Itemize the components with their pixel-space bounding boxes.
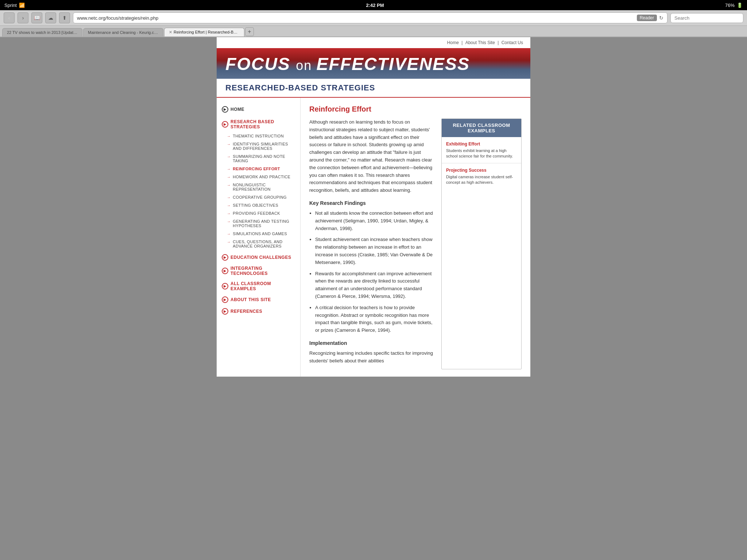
reload-button[interactable]: ↻ (659, 15, 663, 21)
banner-focus: FOCUS (225, 54, 296, 74)
sidebar-item-setting[interactable]: → SETTING OBJECTIVES (217, 201, 300, 209)
sidebar-item-references[interactable]: ▶ REFERENCES (217, 306, 300, 317)
simulations-arrow-icon: → (227, 232, 231, 236)
home-circle-icon: ▶ (222, 106, 228, 113)
finding-1: Not all students know the connection bet… (315, 210, 434, 232)
sidebar-research-section: ▶ RESEARCH BASED STRATEGIES → THEMATIC I… (217, 117, 300, 250)
setting-arrow-icon: → (227, 203, 231, 207)
sidebar-item-providing[interactable]: → PROVIDING FEEDBACK (217, 209, 300, 217)
sidebar-item-summarizing[interactable]: → SUMMARIZING AND NOTE TAKING (217, 152, 300, 165)
nav-about-link[interactable]: About This Site (465, 40, 495, 45)
status-bar: Sprint 📶 2:42 PM 76% 🔋 (0, 0, 747, 10)
tab-close-icon[interactable]: ✕ (169, 30, 172, 35)
identifying-label: IDENTIFYING SIMILARITIES AND DIFFERENCES (233, 142, 295, 151)
sidebar-item-reinforcing[interactable]: → REINFORCING EFFORT (217, 165, 300, 173)
sidebar-item-identifying[interactable]: → IDENTIFYING SIMILARITIES AND DIFFERENC… (217, 140, 300, 152)
sidebar-item-generating[interactable]: → GENERATING AND TESTING HYPOTHESES (217, 217, 300, 230)
references-circle-icon: ▶ (222, 308, 228, 315)
main-content: Reinforcing Effort Although research on … (301, 98, 530, 377)
related-desc-1: Students exhibit learning at a high scho… (446, 148, 517, 159)
separator-2: | (498, 40, 500, 45)
sidebar-item-cooperative[interactable]: → COOPERATIVE GROUPING (217, 193, 300, 201)
about-label: ABOUT THIS SITE (231, 297, 271, 302)
tab-1[interactable]: 22 TV shows to watch in 2013 [Updated] -… (2, 28, 82, 36)
sidebar-item-cues[interactable]: → CUES, QUESTIONS, AND ADVANCE ORGANIZER… (217, 238, 300, 250)
generating-arrow-icon: → (227, 219, 231, 223)
bookmarks-button[interactable]: 📖 (31, 12, 42, 23)
reinforcing-arrow-icon: → (227, 167, 231, 171)
allclassroom-label: ALL CLASSROOM EXAMPLES (231, 281, 295, 291)
integrating-label: INTEGRATING TECHNOLOGIES (231, 266, 295, 276)
banner-on: on (296, 58, 316, 73)
forward-button[interactable]: › (18, 12, 28, 23)
battery-label: 76% (725, 3, 735, 8)
url-text: www.netc.org/focus/strategies/rein.php (77, 15, 635, 21)
providing-label: PROVIDING FEEDBACK (233, 211, 280, 215)
wifi-icon: 📶 (19, 3, 25, 8)
key-findings-heading: Key Research Findings (309, 200, 434, 206)
nav-contact-link[interactable]: Contact Us (502, 40, 523, 45)
search-input[interactable] (670, 13, 743, 23)
content-with-sidebar: Although research on learning tends to f… (309, 118, 522, 369)
page-title: RESEARCHED-BASED STRATEGIES (225, 83, 522, 93)
related-item-2: Projecting Success Digital cameras incre… (442, 163, 521, 189)
research-label: RESEARCH BASED STRATEGIES (231, 119, 295, 129)
battery-icon: 🔋 (737, 3, 743, 8)
site-banner: FOCUS on EFFECTIVENESS (217, 48, 530, 79)
sidebar-item-integrating[interactable]: ▶ INTEGRATING TECHNOLOGIES (217, 263, 300, 279)
banner-effectiveness: EFFECTIVENESS (316, 54, 470, 74)
back-button[interactable]: ‹ (4, 12, 15, 23)
finding-2: Student achievement can increase when te… (315, 236, 434, 266)
cooperative-arrow-icon: → (227, 195, 231, 199)
time-display: 2:42 PM (366, 3, 384, 8)
related-link-2[interactable]: Projecting Success (446, 168, 487, 173)
education-label: EDUCATION CHALLENGES (231, 255, 291, 260)
status-right: 76% 🔋 (725, 3, 743, 8)
content-title: Reinforcing Effort (309, 105, 522, 113)
main-layout: ▶ HOME ▶ RESEARCH BASED STRATEGIES → THE… (217, 98, 530, 377)
sidebar-item-allclassroom[interactable]: ▶ ALL CLASSROOM EXAMPLES (217, 279, 300, 294)
related-desc-2: Digital cameras increase student self-co… (446, 174, 517, 186)
related-box: RELATED CLASSROOM EXAMPLES Exhibiting Ef… (441, 118, 522, 369)
key-findings-list: Not all students know the connection bet… (315, 210, 434, 334)
tab-2[interactable]: Maintenance and Cleaning - Keurig.com (83, 28, 163, 36)
sidebar-item-simulations[interactable]: → SIMULATIONS AND GAMES (217, 230, 300, 238)
related-link-1[interactable]: Exhibiting Effort (446, 141, 480, 147)
tabs-bar: 22 TV shows to watch in 2013 [Updated] -… (0, 26, 747, 37)
separator-1: | (461, 40, 464, 45)
homework-arrow-icon: → (227, 175, 231, 179)
references-label: REFERENCES (231, 309, 262, 314)
sidebar-item-home[interactable]: ▶ HOME (217, 104, 300, 115)
integrating-circle-icon: ▶ (222, 268, 228, 274)
sidebar-item-nonlinguistic[interactable]: → NONLINGUISTIC REPRESENTATION (217, 181, 300, 193)
sidebar-item-education[interactable]: ▶ EDUCATION CHALLENGES (217, 252, 300, 263)
sidebar-home-section: ▶ HOME (217, 104, 300, 115)
reader-button[interactable]: Reader (637, 15, 657, 21)
sidebar-item-thematic[interactable]: → THEMATIC INSTRUCTION (217, 132, 300, 140)
nonlinguistic-label: NONLINGUISTIC REPRESENTATION (233, 183, 295, 191)
page-title-bar: RESEARCHED-BASED STRATEGIES (217, 79, 530, 98)
setting-label: SETTING OBJECTIVES (233, 203, 278, 207)
implementation-text: Recognizing learning includes specific t… (309, 350, 434, 365)
summarizing-label: SUMMARIZING AND NOTE TAKING (233, 154, 295, 163)
nav-home-link[interactable]: Home (447, 40, 459, 45)
share-button[interactable]: ⬆ (59, 12, 70, 23)
cloud-button[interactable]: ☁ (45, 12, 56, 23)
intro-text-block: Although research on learning tends to f… (309, 118, 434, 369)
research-circle-icon: ▶ (222, 121, 228, 128)
simulations-label: SIMULATIONS AND GAMES (233, 232, 287, 236)
providing-arrow-icon: → (227, 211, 231, 215)
browser-chrome: ‹ › 📖 ☁ ⬆ www.netc.org/focus/strategies/… (0, 10, 747, 26)
allclassroom-circle-icon: ▶ (222, 283, 228, 289)
new-tab-button[interactable]: + (245, 27, 254, 36)
tab-3-active[interactable]: ✕Reinforcing Effort | Researched-Based S… (164, 28, 244, 36)
sidebar-item-homework[interactable]: → HOMEWORK AND PRACTICE (217, 173, 300, 181)
page-wrapper: Home | About This Site | Contact Us FOCU… (217, 37, 530, 377)
sidebar-item-research[interactable]: ▶ RESEARCH BASED STRATEGIES (217, 117, 300, 132)
finding-3: Rewards for accomplishment can improve a… (315, 270, 434, 300)
sidebar-item-about[interactable]: ▶ ABOUT THIS SITE (217, 294, 300, 306)
finding-4: A critical decision for teachers is how … (315, 304, 434, 334)
url-bar[interactable]: www.netc.org/focus/strategies/rein.php R… (73, 12, 667, 23)
intro-paragraph: Although research on learning tends to f… (309, 118, 434, 194)
cues-arrow-icon: → (227, 240, 231, 244)
